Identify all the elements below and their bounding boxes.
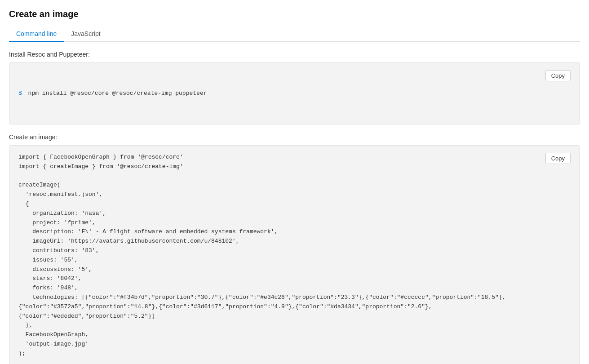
install-code-block: $ npm install @resoc/core @resoc/create-… <box>9 62 580 124</box>
install-code-text: npm install @resoc/core @resoc/create-im… <box>25 89 207 98</box>
install-code-content: $ npm install @resoc/core @resoc/create-… <box>18 70 540 117</box>
install-code-line: $ npm install @resoc/core @resoc/create-… <box>18 89 540 98</box>
page-container: Create an image Command line JavaScript … <box>0 0 589 364</box>
tab-command-line[interactable]: Command line <box>9 27 64 42</box>
page-title: Create an image <box>9 9 580 19</box>
dollar-sign: $ <box>18 89 22 98</box>
create-image-code-content: import { FacebookOpenGraph } from '@reso… <box>18 153 540 359</box>
create-image-code-block: import { FacebookOpenGraph } from '@reso… <box>9 145 580 364</box>
create-copy-button[interactable]: Copy <box>545 153 571 164</box>
install-section-label: Install Resoc and Puppeteer: <box>9 51 580 58</box>
tab-javascript[interactable]: JavaScript <box>64 27 107 42</box>
create-section-label: Create an image: <box>9 133 580 141</box>
tabs-bar: Command line JavaScript <box>9 27 580 42</box>
install-copy-button[interactable]: Copy <box>545 70 571 81</box>
